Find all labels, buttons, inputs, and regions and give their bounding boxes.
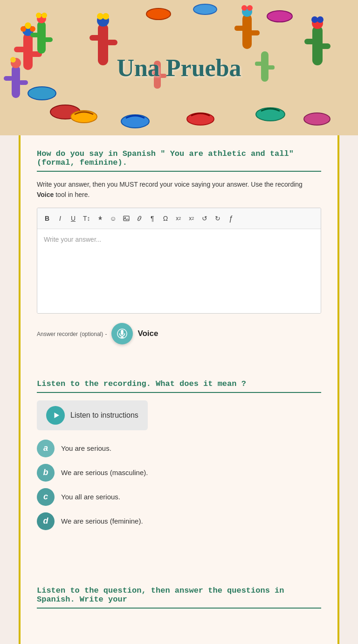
svg-rect-47	[267, 65, 275, 70]
question-1-title: How do you say in Spanish " You are athl…	[37, 149, 321, 172]
underline-button[interactable]: U	[67, 212, 79, 224]
svg-rect-46	[255, 62, 263, 66]
svg-point-7	[30, 26, 35, 32]
option-d-badge: d	[37, 512, 55, 530]
option-d-text: We are serious (feminine).	[61, 517, 143, 525]
svg-rect-24	[249, 30, 260, 35]
question-1-section: How do you say in Spanish " You are athl…	[37, 149, 321, 344]
redo-button[interactable]: ↻	[212, 212, 224, 224]
listen-instructions-button[interactable]: Listen to instructions	[37, 400, 148, 430]
svg-point-21	[103, 13, 109, 20]
svg-rect-30	[320, 43, 330, 49]
font-size-button[interactable]: T↕	[80, 212, 93, 224]
subscript-button[interactable]: x2	[172, 212, 185, 224]
question-2-section: Listen to the recording. What does it me…	[37, 379, 321, 530]
svg-rect-18	[106, 40, 117, 45]
question-3-section: Listen to the question, then answer the …	[37, 586, 321, 609]
option-c[interactable]: c You all are serious.	[37, 488, 321, 506]
multiple-choice-options: a You are serious. b We are serious (mas…	[37, 440, 321, 530]
editor-input[interactable]: Write your answer...	[37, 229, 321, 313]
main-content: How do you say in Spanish " You are athl…	[19, 135, 339, 644]
svg-point-27	[247, 5, 253, 11]
svg-marker-58	[54, 413, 59, 418]
option-b[interactable]: b We are serious (masculine).	[37, 464, 321, 482]
answer-recorder-row: Answer recorder (optional) - Voice	[37, 323, 321, 344]
voice-record-button[interactable]	[111, 323, 133, 344]
svg-point-38	[304, 113, 330, 125]
option-b-text: We are serious (masculine).	[61, 469, 148, 476]
svg-point-37	[256, 108, 285, 121]
question-3-title: Listen to the question, then answer the …	[37, 586, 321, 609]
svg-rect-10	[37, 21, 46, 54]
superscript-button[interactable]: x2	[186, 212, 198, 224]
question-1-instruction: Write your answer, then you MUST record …	[37, 179, 321, 200]
svg-rect-48	[12, 65, 20, 98]
svg-point-36	[187, 113, 214, 125]
svg-point-39	[146, 8, 171, 20]
option-c-badge: c	[37, 488, 55, 506]
voice-label: Voice	[138, 329, 158, 338]
svg-rect-2	[14, 47, 26, 52]
svg-point-40	[193, 4, 217, 14]
svg-rect-50	[19, 80, 28, 85]
svg-point-20	[97, 13, 103, 20]
image-button[interactable]	[120, 212, 132, 224]
svg-point-26	[241, 5, 247, 11]
svg-rect-11	[30, 33, 40, 37]
link-button[interactable]	[133, 212, 145, 224]
paragraph-button[interactable]: ¶	[146, 212, 158, 224]
svg-point-15	[41, 13, 47, 18]
option-c-text: You all are serious.	[61, 493, 120, 501]
option-a-text: You are serious.	[61, 444, 111, 452]
svg-point-6	[21, 26, 26, 32]
page-title: Una Prueba	[117, 54, 241, 82]
editor-toolbar: B I U T↕ ☺ ¶ Ω x2	[37, 208, 321, 229]
svg-point-32	[311, 16, 318, 23]
undo-button[interactable]: ↺	[199, 212, 211, 224]
listen-text: Listen to instructions	[70, 411, 138, 420]
svg-rect-49	[4, 76, 13, 81]
svg-point-52	[10, 57, 16, 63]
svg-point-8	[28, 87, 56, 100]
rich-text-editor[interactable]: B I U T↕ ☺ ¶ Ω x2	[37, 208, 321, 314]
svg-rect-29	[304, 39, 315, 44]
svg-point-35	[121, 115, 149, 128]
option-a[interactable]: a You are serious.	[37, 440, 321, 457]
svg-rect-16	[98, 23, 108, 65]
format-clear-button[interactable]: ƒ	[225, 213, 237, 225]
option-d[interactable]: d We are serious (feminine).	[37, 512, 321, 530]
svg-point-33	[317, 16, 324, 23]
option-a-badge: a	[37, 440, 55, 457]
play-icon	[46, 406, 65, 425]
omega-button[interactable]: Ω	[159, 212, 172, 224]
svg-rect-12	[43, 37, 53, 42]
header-banner: Una Prueba	[0, 0, 358, 135]
svg-rect-23	[234, 26, 245, 31]
option-b-badge: b	[37, 464, 55, 482]
color-button[interactable]	[94, 212, 106, 224]
italic-button[interactable]: I	[54, 212, 66, 224]
emoji-button[interactable]: ☺	[107, 212, 119, 224]
question-2-title: Listen to the recording. What does it me…	[37, 379, 321, 393]
bold-button[interactable]: B	[41, 212, 53, 224]
recorder-label: Answer recorder (optional) -	[37, 329, 107, 337]
svg-point-41	[267, 11, 292, 22]
svg-point-14	[36, 13, 41, 18]
svg-rect-17	[90, 35, 101, 41]
